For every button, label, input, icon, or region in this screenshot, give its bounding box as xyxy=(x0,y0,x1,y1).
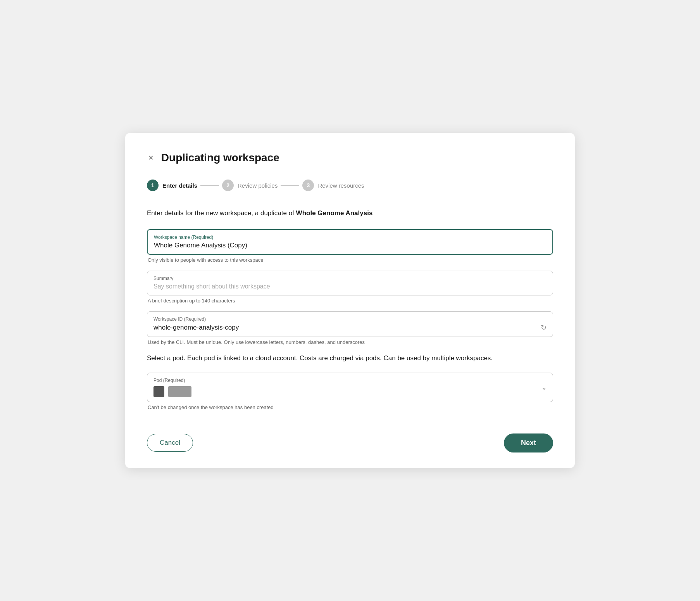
pod-label: Pod (Required) xyxy=(153,378,547,383)
step-1: 1 Enter details xyxy=(147,180,197,191)
step-1-circle: 1 xyxy=(147,180,159,191)
workspace-id-wrapper: Workspace ID (Required) ↻ xyxy=(147,311,553,337)
summary-label: Summary xyxy=(153,276,547,281)
modal-title: Duplicating workspace xyxy=(161,152,279,164)
workspace-id-group: Workspace ID (Required) ↻ Used by the CL… xyxy=(147,311,553,345)
pod-value xyxy=(153,386,547,397)
step-3: 3 Review resources xyxy=(302,180,364,191)
summary-group: Summary A brief description up to 140 ch… xyxy=(147,271,553,304)
close-button[interactable]: × xyxy=(147,152,155,164)
modal-header: × Duplicating workspace xyxy=(147,152,553,164)
workspace-id-input[interactable] xyxy=(153,324,541,332)
workspace-name-wrapper: Workspace name (Required) xyxy=(147,229,553,255)
pod-section-description: Select a pod. Each pod is linked to a cl… xyxy=(147,353,553,363)
step-2-label: Review policies xyxy=(238,182,278,189)
summary-helper: A brief description up to 140 characters xyxy=(148,298,553,304)
pod-select[interactable]: Pod (Required) ⌄ xyxy=(147,373,553,402)
step-2: 2 Review policies xyxy=(222,180,278,191)
pod-group: Pod (Required) ⌄ Can't be changed once t… xyxy=(147,373,553,410)
workspace-name-label: Workspace name (Required) xyxy=(154,235,546,240)
refresh-icon[interactable]: ↻ xyxy=(541,323,547,332)
modal-container: × Duplicating workspace 1 Enter details … xyxy=(125,133,575,468)
pod-icon-dark xyxy=(153,386,164,397)
form-description: Enter details for the new workspace, a d… xyxy=(147,208,553,218)
stepper: 1 Enter details 2 Review policies 3 Revi… xyxy=(147,180,553,191)
step-3-circle: 3 xyxy=(302,180,314,191)
step-connector-2 xyxy=(281,185,299,186)
workspace-id-label: Workspace ID (Required) xyxy=(153,316,547,322)
step-connector-1 xyxy=(200,185,219,186)
workspace-name-helper: Only visible to people with access to th… xyxy=(148,257,553,263)
cancel-button[interactable]: Cancel xyxy=(147,434,193,452)
chevron-down-icon: ⌄ xyxy=(541,383,547,391)
modal-footer: Cancel Next xyxy=(147,433,553,452)
step-1-label: Enter details xyxy=(162,182,197,189)
summary-wrapper: Summary xyxy=(147,271,553,295)
workspace-id-row: ↻ xyxy=(153,323,547,332)
pod-icon-light xyxy=(168,386,191,397)
pod-helper: Can't be changed once the workspace has … xyxy=(148,404,553,410)
workspace-name-group: Workspace name (Required) Only visible t… xyxy=(147,229,553,263)
workspace-name-input[interactable] xyxy=(154,242,546,249)
workspace-id-helper: Used by the CLI. Must be unique. Only us… xyxy=(148,339,553,345)
next-button[interactable]: Next xyxy=(504,433,553,452)
workspace-name-bold: Whole Genome Analysis xyxy=(296,209,373,217)
summary-input[interactable] xyxy=(153,283,547,290)
step-2-circle: 2 xyxy=(222,180,234,191)
step-3-label: Review resources xyxy=(318,182,364,189)
